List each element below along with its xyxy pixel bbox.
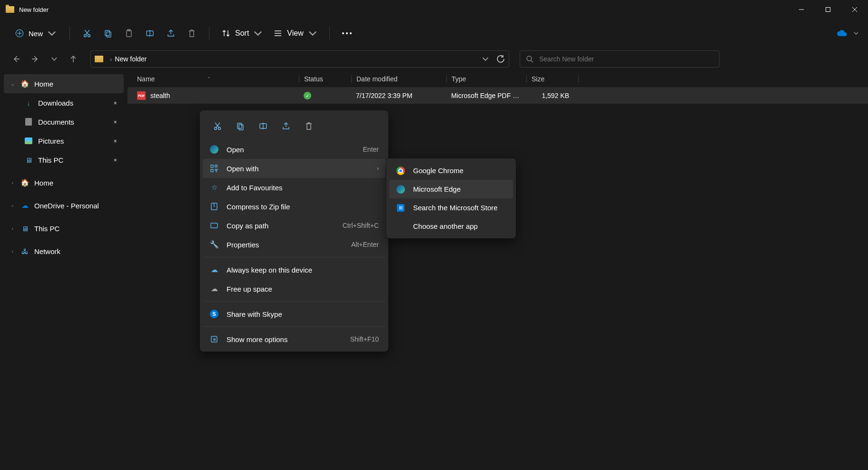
edge-icon [396, 185, 405, 194]
search-input[interactable] [539, 55, 713, 63]
recent-button[interactable] [47, 51, 62, 67]
sidebar-label: This PC [38, 156, 63, 164]
sidebar-item-home[interactable]: ⌄ 🏠 Home [4, 74, 124, 93]
sidebar-item-home-drive[interactable]: › 🏠 Home [4, 173, 124, 192]
address-bar[interactable]: › New folder [90, 50, 509, 68]
window-controls [788, 0, 868, 19]
rename-button[interactable] [140, 24, 159, 43]
context-open-with[interactable]: Open with › [203, 159, 385, 178]
maximize-button[interactable] [815, 0, 841, 19]
submenu-chrome[interactable]: Google Chrome [389, 161, 513, 180]
delete-button[interactable] [301, 118, 317, 134]
new-button[interactable]: New [10, 26, 62, 40]
view-label: View [287, 29, 303, 38]
column-size[interactable]: Size [526, 75, 579, 83]
context-skype[interactable]: S Share with Skype [203, 304, 385, 323]
pictures-icon [24, 137, 33, 144]
onedrive-icon[interactable] [837, 30, 847, 37]
cut-button[interactable] [78, 24, 97, 43]
chevron-down-icon[interactable] [482, 56, 489, 62]
paste-button[interactable] [119, 24, 138, 43]
sidebar-item-documents[interactable]: Documents ✦ [4, 112, 124, 131]
pin-icon: ✦ [111, 156, 119, 164]
breadcrumb-current[interactable]: New folder [115, 55, 147, 63]
context-favourites[interactable]: ☆ Add to Favourites [203, 178, 385, 197]
sort-label: Sort [235, 29, 249, 38]
open-with-icon [209, 164, 219, 173]
close-button[interactable] [841, 0, 868, 19]
more-button[interactable] [337, 28, 356, 39]
context-compress[interactable]: Compress to Zip file [203, 197, 385, 216]
share-button[interactable] [161, 24, 180, 43]
context-always-keep[interactable]: ☁ Always keep on this device [203, 260, 385, 279]
column-name[interactable]: Name⌃ [128, 75, 299, 83]
file-size: 1,592 KB [526, 92, 579, 99]
sidebar-label: OneDrive - Personal [34, 202, 99, 210]
context-open[interactable]: Open Enter [203, 140, 385, 159]
back-button[interactable] [9, 51, 24, 67]
chevron-down-icon[interactable] [854, 31, 858, 36]
store-icon: ⊞ [396, 203, 405, 213]
submenu-another[interactable]: Choose another app [389, 217, 513, 235]
sidebar-item-onedrive[interactable]: › ☁ OneDrive - Personal [4, 196, 124, 215]
delete-button[interactable] [182, 24, 201, 43]
svg-rect-35 [211, 223, 217, 228]
chevron-right-icon: › [10, 248, 15, 254]
chevron-right-icon: › [377, 165, 379, 172]
up-button[interactable] [66, 51, 81, 67]
sidebar-item-network[interactable]: › 🖧 Network [4, 242, 124, 261]
sort-button[interactable]: Sort [217, 26, 267, 40]
copy-path-icon [209, 222, 219, 229]
column-status[interactable]: Status [299, 75, 351, 83]
svg-rect-27 [239, 125, 243, 130]
minimize-button[interactable] [788, 0, 815, 19]
view-button[interactable]: View [269, 26, 321, 40]
pdf-icon: PDF [137, 91, 146, 100]
file-row[interactable]: PDF stealth ✓ 7/17/2022 3:39 PM Microsof… [128, 88, 868, 104]
breadcrumb-separator: › [110, 56, 112, 63]
file-date: 7/17/2022 3:39 PM [351, 92, 446, 99]
copy-button[interactable] [232, 118, 248, 134]
svg-rect-1 [826, 8, 830, 12]
network-icon: 🖧 [20, 247, 30, 255]
navbar: › New folder [0, 48, 868, 70]
context-properties[interactable]: 🔧 Properties Alt+Enter [203, 235, 385, 254]
cloud-icon: ☁ [209, 284, 219, 293]
sidebar-item-pictures[interactable]: Pictures ✦ [4, 131, 124, 150]
cut-button[interactable] [209, 118, 226, 134]
sidebar-label: Documents [38, 118, 74, 126]
download-icon: ↓ [24, 99, 33, 107]
submenu-edge[interactable]: Microsoft Edge [389, 180, 513, 198]
svg-point-32 [215, 165, 217, 167]
document-icon [24, 118, 33, 126]
titlebar: New folder [0, 0, 868, 19]
folder-icon [95, 56, 103, 62]
sidebar-item-thispc-pinned[interactable]: 🖥 This PC ✦ [4, 150, 124, 169]
refresh-button[interactable] [496, 55, 505, 63]
column-date[interactable]: Date modified [351, 75, 446, 83]
search-box[interactable] [520, 50, 720, 68]
separator [209, 27, 209, 40]
share-button[interactable] [278, 118, 294, 134]
chevron-down-icon [48, 29, 56, 38]
sidebar-item-thispc[interactable]: › 🖥 This PC [4, 219, 124, 238]
submenu-store[interactable]: ⊞ Search the Microsoft Store [389, 198, 513, 217]
copy-button[interactable] [99, 24, 118, 43]
file-type: Microsoft Edge PDF … [446, 92, 526, 99]
zip-icon [209, 202, 219, 211]
context-copy-path[interactable]: Copy as path Ctrl+Shift+C [203, 216, 385, 235]
column-type[interactable]: Type [446, 75, 526, 83]
sidebar-label: This PC [34, 225, 59, 233]
rename-button[interactable] [255, 118, 271, 134]
separator [329, 27, 330, 40]
window-title: New folder [19, 6, 49, 13]
forward-button[interactable] [28, 51, 43, 67]
svg-point-20 [527, 56, 532, 61]
context-free-up[interactable]: ☁ Free up space [203, 279, 385, 298]
svg-point-22 [215, 127, 217, 130]
sidebar-item-downloads[interactable]: ↓ Downloads ✦ [4, 93, 124, 112]
pin-icon: ✦ [111, 98, 119, 107]
file-name: stealth [150, 92, 170, 99]
sidebar-label: Network [34, 247, 60, 255]
context-more-options[interactable]: Show more options Shift+F10 [203, 330, 385, 349]
